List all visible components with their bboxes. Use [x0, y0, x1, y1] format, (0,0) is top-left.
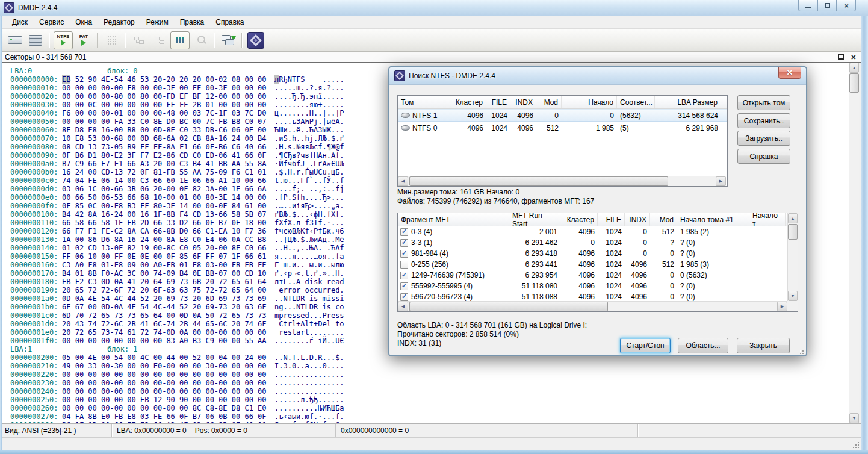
mdi-maximize-button[interactable]	[838, 54, 844, 60]
col-header-run-start[interactable]: MFT Run Start	[509, 213, 560, 226]
help-button[interactable]: Справка	[737, 149, 790, 164]
menu-item[interactable]: Диск	[7, 16, 34, 28]
scroll-thumb[interactable]	[788, 224, 798, 240]
fragments-v-scrollbar[interactable]: ▲ ▼	[787, 213, 798, 301]
col-header-cluster[interactable]: Кластер	[453, 96, 486, 108]
col-header-match[interactable]: Соответ...	[617, 96, 655, 108]
dialog-close-button[interactable]: ✕	[778, 67, 801, 79]
area-button[interactable]: Область...	[678, 338, 728, 353]
col-header-start[interactable]: Начало	[562, 96, 617, 108]
scroll-thumb[interactable]	[409, 302, 608, 311]
col-header-mod[interactable]: Mod	[536, 96, 562, 108]
fragment-checkbox[interactable]: ✓	[400, 250, 408, 258]
resize-grip[interactable]	[852, 441, 859, 448]
fragment-row[interactable]: ✓1249-746639 (745391) 6 293 954 4096 102…	[398, 270, 798, 281]
hex-row[interactable]: 0000000270:04 FA 8B E0-FB E8 03 FE-66 0F…	[10, 412, 849, 421]
col-header-indx[interactable]: INDX	[510, 96, 536, 108]
desktop-strip	[0, 450, 868, 454]
col-header-file[interactable]: FILE	[598, 213, 625, 226]
col-header-cluster[interactable]: Кластер	[560, 213, 598, 226]
hex-row[interactable]: 0000000250:00 00 00 00-00 00 EB 12-90 90…	[10, 396, 849, 404]
hex-offset: 0000000150:	[10, 252, 62, 261]
start-stop-button[interactable]: Старт/Стоп	[620, 338, 671, 353]
fragment-checkbox[interactable]: ✓	[400, 261, 408, 269]
scroll-up-arrow[interactable]: ▲	[788, 213, 798, 223]
hex-offset: 0000000270:	[10, 412, 62, 421]
col-header-file[interactable]: FILE	[486, 96, 510, 108]
fragment-row[interactable]: ✓981-984 (4) 6 293 418 4096 1024 0 0 ? (…	[398, 248, 798, 259]
col-header-volume[interactable]: Том	[398, 96, 453, 108]
load-button[interactable]: Загрузить..	[737, 131, 790, 146]
check-icon: ✓	[401, 239, 407, 246]
open-disk-button[interactable]	[5, 31, 25, 49]
fat-search-button[interactable]: FAT	[74, 31, 93, 49]
menu-item[interactable]: Окна	[70, 16, 98, 28]
panels-icon	[222, 35, 235, 45]
close-button[interactable]: ×	[837, 0, 856, 11]
window-left-frame	[0, 16, 2, 450]
ntfs-search-button[interactable]: NTFS	[54, 31, 73, 49]
save-button[interactable]: Сохранить..	[737, 113, 790, 128]
fragment-row[interactable]: ✓3-3 (1) 6 291 462 0 1024 0 ? ? (0)	[398, 237, 798, 248]
hex-offset: 0000000170:	[10, 269, 62, 278]
volumes-button[interactable]	[26, 31, 45, 49]
maximize-button[interactable]	[817, 0, 837, 11]
hex-row[interactable]: 0000000260:00 00 00 00-00 00 00 00-00 00…	[10, 404, 849, 412]
fragment-checkbox[interactable]: ✓	[400, 272, 408, 279]
fragment-row[interactable]: ✓555992-555995 (4) 51 118 080 4096 1024 …	[398, 281, 798, 291]
fragment-checkbox[interactable]: ✓	[400, 239, 408, 247]
indx-count-line: INDX: 31 (31)	[397, 339, 441, 347]
close-dialog-button[interactable]: Закрыть	[737, 338, 790, 353]
hex-offset: 0000000230:	[10, 379, 62, 387]
minimize-button[interactable]	[798, 0, 817, 11]
fragments-table-header: Фрагмент MFT MFT Run Start Кластер FILE …	[398, 213, 798, 226]
scroll-down-arrow[interactable]: ▼	[849, 413, 859, 423]
col-header-fragment[interactable]: Фрагмент MFT	[398, 213, 509, 226]
dialog-title-bar: Поиск NTFS - DMDE 2.4.4 ✕	[389, 67, 806, 85]
open-volume-button[interactable]: Открыть том	[737, 95, 790, 110]
scroll-down-arrow[interactable]: ▼	[788, 291, 798, 301]
hex-row[interactable]: 0000000230:00 00 00 00-00 00 00 00-00 00…	[10, 379, 849, 387]
scroll-right-arrow[interactable]: ▶	[777, 302, 787, 311]
col-header-indx[interactable]: INDX	[625, 213, 650, 226]
hex-vertical-scrollbar[interactable]: ▲ ▼	[849, 63, 859, 423]
menu-item[interactable]: Сервис	[34, 16, 70, 28]
menu-item[interactable]: Редактор	[98, 16, 141, 28]
scroll-left-arrow[interactable]: ◀	[398, 302, 408, 311]
dmde-logo-button[interactable]	[246, 31, 265, 49]
fragment-row[interactable]: ✓0-255 (256) 6 293 441 4096 1024 4096 51…	[398, 259, 798, 270]
hex-row[interactable]: 0000000210:49 00 33 00-30 00 00 E0-00 00…	[10, 362, 849, 370]
scroll-thumb[interactable]	[849, 73, 859, 93]
hex-offset: 0000000200:	[10, 353, 62, 362]
menu-item[interactable]: Режим	[141, 16, 175, 28]
tree-icon	[134, 36, 144, 45]
col-header-lba-size[interactable]: LBA Размер	[655, 96, 721, 108]
fragments-h-scrollbar[interactable]: ◀ ▶	[398, 301, 787, 311]
dialog-resize-grip[interactable]	[798, 348, 804, 354]
scroll-thumb[interactable]	[409, 176, 668, 186]
scroll-left-arrow[interactable]: ◀	[398, 176, 408, 186]
volume-info-line: Мин.размер тома: 161 GB Начало: 0	[397, 188, 519, 196]
col-header-volume-start-2[interactable]: Начало т	[749, 213, 786, 226]
fragment-checkbox[interactable]: ✓	[400, 228, 408, 236]
hex-row[interactable]: 0000000220:00 00 00 00-00 00 00 00-00 00…	[10, 370, 849, 379]
scroll-right-arrow[interactable]: ▶	[716, 176, 726, 186]
menu-item[interactable]: Правка	[175, 16, 211, 28]
mdi-close-button[interactable]: ×	[851, 53, 856, 61]
scroll-up-arrow[interactable]: ▲	[849, 63, 859, 73]
hex-offset: 0000000060:	[10, 126, 62, 134]
col-header-volume-start[interactable]: Начало тома #1	[677, 213, 749, 226]
fragment-checkbox[interactable]: ✓	[400, 293, 408, 301]
list-view-button[interactable]	[170, 31, 190, 49]
fragment-row[interactable]: ✓0-3 (4) 2 001 4096 1024 0 512 1 985 (2)	[398, 226, 798, 237]
volumes-h-scrollbar[interactable]: ◀ ▶	[398, 176, 726, 186]
volume-row[interactable]: NTFS 0 4096 1024 4096 512 1 985 (5) 6 29…	[398, 122, 727, 134]
fragment-checkbox[interactable]: ✓	[400, 282, 408, 290]
hex-offset: 0000000090:	[10, 151, 62, 160]
menu-item[interactable]: Справка	[210, 16, 250, 28]
volume-row[interactable]: NTFS 1 4096 1024 4096 0 0 (5632) 314 568…	[398, 109, 727, 122]
hex-row[interactable]: 0000000240:00 00 00 00-00 00 00 00-00 00…	[10, 387, 849, 396]
swap-panels-button[interactable]	[219, 31, 238, 49]
col-header-mod[interactable]: Mod	[650, 213, 677, 226]
value-status: 0x000000000000 = 0	[341, 426, 409, 435]
